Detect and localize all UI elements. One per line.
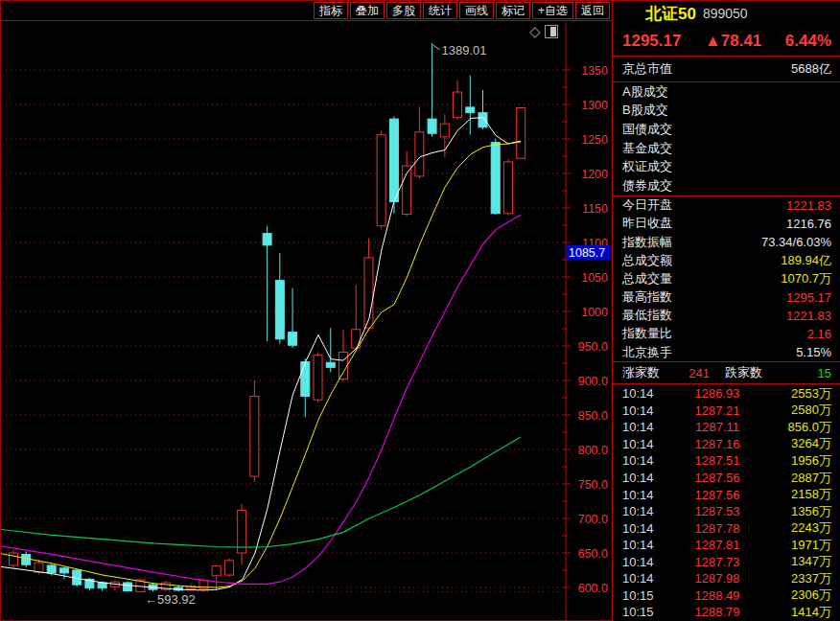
kline-canvas[interactable]: 600.0650.0700.0750.0800.0850.0900.0950.0… bbox=[1, 21, 612, 621]
toolbar-button-4[interactable]: 统计 bbox=[423, 2, 457, 19]
trade-row-label: 基金成交 bbox=[622, 140, 672, 157]
candle bbox=[10, 550, 18, 568]
axis-label: 1300 bbox=[581, 99, 608, 112]
decliners-label: 跌家数 bbox=[725, 364, 762, 381]
advancers-count: 241 bbox=[660, 366, 710, 380]
tick-time: 10:15 bbox=[622, 588, 666, 603]
stat-row: 指数振幅73.34/6.03% bbox=[613, 233, 840, 251]
high-annotation: 1389.01 bbox=[442, 43, 487, 58]
toolbar-button-7[interactable]: +自选 bbox=[532, 2, 573, 19]
tick-time: 10:14 bbox=[622, 453, 666, 468]
diamond-marker-icon[interactable]: ◇ bbox=[529, 24, 541, 38]
stat-label: 北京换手 bbox=[622, 344, 672, 361]
tick-row: 10:141286.932553万 bbox=[613, 385, 840, 402]
tick-price: 1287.21 bbox=[666, 403, 768, 418]
tick-volume: 2553万 bbox=[768, 385, 831, 402]
tick-row: 10:141287.11856.0万 bbox=[613, 419, 840, 436]
candle bbox=[124, 582, 132, 591]
axis-label: 1000 bbox=[581, 306, 608, 319]
tick-row: 10:141287.212580万 bbox=[613, 402, 840, 420]
stat-value: 2.16 bbox=[807, 327, 831, 341]
trade-row-label: A股成交 bbox=[622, 83, 668, 101]
tick-volume: 2580万 bbox=[768, 402, 831, 419]
candle bbox=[161, 581, 170, 591]
stock-code: 899050 bbox=[703, 6, 748, 21]
MA-yellow bbox=[1, 142, 521, 587]
tick-price: 1288.49 bbox=[666, 588, 768, 603]
market-cap-label: 京总市值 bbox=[622, 60, 672, 78]
tick-volume: 2158万 bbox=[768, 486, 831, 503]
tick-volume: 1971万 bbox=[768, 537, 831, 554]
trade-row: 基金成交 bbox=[613, 139, 840, 158]
axis-price-marker-label: 1085.7 bbox=[569, 246, 605, 260]
candle bbox=[110, 581, 119, 590]
candle bbox=[59, 566, 68, 579]
trade-row: 权证成交 bbox=[613, 157, 840, 176]
candle bbox=[301, 358, 310, 417]
stat-rows: 今日开盘1221.83昨日收盘1216.76指数振幅73.34/6.03%总成交… bbox=[613, 196, 840, 362]
kline-chart[interactable]: 600.0650.0700.0750.0800.0850.0900.0950.0… bbox=[1, 21, 612, 621]
axis-label: 1200 bbox=[581, 168, 608, 181]
MA-magenta bbox=[1, 215, 521, 584]
tick-price: 1287.56 bbox=[666, 488, 768, 502]
price-change: ▲78.41 bbox=[705, 32, 761, 51]
tick-row: 10:141287.531356万 bbox=[613, 503, 840, 520]
tick-row: 10:141287.811971万 bbox=[613, 537, 840, 554]
stat-row: 总成交额189.94亿 bbox=[613, 251, 840, 269]
toolbar-button-6[interactable]: 标记 bbox=[496, 2, 530, 19]
candle bbox=[377, 130, 385, 228]
tick-price: 1288.79 bbox=[666, 605, 768, 619]
candle bbox=[415, 106, 424, 179]
tick-volume: 1956万 bbox=[768, 452, 831, 470]
candle bbox=[289, 288, 297, 349]
tick-time: 10:14 bbox=[622, 386, 666, 401]
tick-time: 10:14 bbox=[622, 403, 666, 418]
stat-row: 总成交量1070.7万 bbox=[613, 269, 840, 288]
axis-label: 850.0 bbox=[578, 409, 608, 423]
tick-price: 1287.98 bbox=[666, 571, 768, 586]
toolbar-button-8[interactable]: 返回 bbox=[575, 2, 610, 19]
high-annotation-arrow bbox=[433, 45, 440, 50]
trade-row: 国债成交 bbox=[613, 120, 840, 139]
tick-volume: 2306万 bbox=[768, 586, 831, 604]
tick-time: 10:14 bbox=[622, 471, 666, 485]
toolbar-button-2[interactable]: 叠加 bbox=[350, 2, 385, 19]
candle bbox=[326, 328, 335, 372]
tick-volume: 2243万 bbox=[768, 519, 831, 537]
candle bbox=[478, 90, 487, 129]
tick-list[interactable]: 10:141286.932553万10:141287.212580万10:141… bbox=[613, 385, 840, 621]
toolbar-button-3[interactable]: 多股 bbox=[386, 2, 421, 19]
axis-label: 1050 bbox=[581, 271, 608, 285]
stat-row: 最低指数1221.83 bbox=[613, 307, 840, 325]
candle bbox=[238, 504, 246, 564]
trade-row: B股成交 bbox=[613, 102, 840, 121]
axis-label: 600.0 bbox=[578, 582, 608, 595]
stat-row: 最高指数1295.17 bbox=[613, 288, 840, 307]
tick-row: 10:141287.982337万 bbox=[613, 570, 840, 587]
tick-volume: 2887万 bbox=[768, 470, 831, 487]
price-row: 1295.17 ▲78.41 6.44% bbox=[613, 26, 840, 56]
axis-label: 700.0 bbox=[578, 513, 608, 526]
tick-volume: 1356万 bbox=[768, 503, 831, 520]
toolbar-button-5[interactable]: 画线 bbox=[459, 2, 494, 19]
tick-time: 10:14 bbox=[622, 555, 666, 569]
layout-toggle-icon[interactable] bbox=[545, 25, 558, 38]
candle bbox=[389, 116, 398, 214]
tick-row: 10:141287.163264万 bbox=[613, 436, 840, 453]
candle bbox=[212, 564, 221, 589]
tick-row: 10:141287.731347万 bbox=[613, 553, 840, 570]
tick-price: 1287.56 bbox=[666, 471, 768, 485]
toolbar-button-1[interactable]: 指标 bbox=[314, 2, 348, 19]
MA-white bbox=[1, 118, 521, 590]
tick-row: 10:141287.782243万 bbox=[613, 519, 840, 537]
low-annotation: ←593.92 bbox=[145, 592, 196, 607]
stat-row: 昨日收盘1216.76 bbox=[613, 215, 840, 233]
app-window: 指标叠加多股统计画线标记+自选返回 600.0650.0700.0750.080… bbox=[0, 0, 840, 621]
tick-time: 10:14 bbox=[622, 488, 666, 502]
candle bbox=[403, 151, 411, 217]
stat-value: 1295.17 bbox=[786, 290, 831, 305]
trade-row-label: B股成交 bbox=[622, 102, 668, 119]
tick-price: 1287.73 bbox=[666, 555, 768, 569]
stat-row: 指数量比2.16 bbox=[613, 325, 840, 343]
axis-label: 1250 bbox=[581, 133, 608, 147]
